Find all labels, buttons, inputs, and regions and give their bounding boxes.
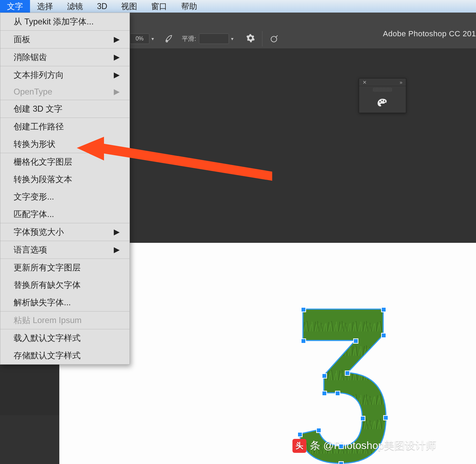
menu-item-label: 创建工作路径 <box>14 121 64 132</box>
menu-resolve-missing-fonts[interactable]: 解析缺失字体... <box>0 294 129 311</box>
menu-3d[interactable]: 3D <box>90 0 114 13</box>
zoom-value[interactable]: 0% <box>130 33 149 44</box>
anchor-point[interactable] <box>381 333 386 338</box>
menu-item-label: 转换为形状 <box>14 139 55 150</box>
brush-settings-icon[interactable] <box>164 34 174 44</box>
menu-item-label: 替换所有缺欠字体 <box>14 279 81 291</box>
menu-opentype: OpenType▶ <box>0 84 129 100</box>
submenu-arrow-icon: ▶ <box>114 245 120 254</box>
menu-item-label: 从 Typekit 添加字体... <box>14 16 94 27</box>
menu-filter[interactable]: 滤镜 <box>60 0 90 13</box>
smooth-label: 平滑: <box>182 35 196 43</box>
color-palette-icon[interactable] <box>377 98 388 107</box>
menu-item-label: 语言选项 <box>14 244 47 255</box>
annotation-arrow <box>77 137 279 186</box>
anchor-point[interactable] <box>316 428 321 433</box>
menu-item-label: 创建 3D 文字 <box>14 103 62 114</box>
close-icon[interactable]: ✕ <box>363 80 367 85</box>
watermark-logo: 头 <box>292 439 306 453</box>
menu-font-preview-size[interactable]: 字体预览大小▶ <box>0 223 129 241</box>
anchor-point[interactable] <box>353 338 358 344</box>
menu-update-all-type[interactable]: 更新所有文字图层 <box>0 259 129 276</box>
anchor-point[interactable] <box>301 307 306 312</box>
submenu-arrow-icon: ▶ <box>114 53 120 62</box>
menu-item-label: 面板 <box>14 34 30 45</box>
menu-language-options[interactable]: 语言选项▶ <box>0 241 129 259</box>
anchor-point[interactable] <box>381 307 386 312</box>
menu-text-orientation[interactable]: 文本排列方向▶ <box>0 66 129 84</box>
smooth-field[interactable]: ▾ <box>199 33 236 44</box>
menu-create-work-path[interactable]: 创建工作路径 <box>0 118 129 135</box>
menu-type[interactable]: 文字 <box>0 0 30 13</box>
menu-item-label: 栅格化文字图层 <box>14 156 72 167</box>
brush-target-icon[interactable] <box>269 34 279 44</box>
menu-add-typekit-fonts[interactable]: 从 Typekit 添加字体... <box>0 13 129 30</box>
app-title: Adobe Photoshop CC 201 <box>383 29 476 38</box>
menu-item-label: 载入默认文字样式 <box>14 332 81 344</box>
submenu-arrow-icon: ▶ <box>114 227 120 237</box>
divider <box>262 31 262 46</box>
menu-item-label: 文字变形... <box>14 191 54 202</box>
submenu-arrow-icon: ▶ <box>114 87 120 96</box>
menu-select[interactable]: 选择 <box>30 0 60 13</box>
menu-item-label: 转换为段落文本 <box>14 174 72 185</box>
collapsed-panel[interactable]: ✕ » <box>359 78 406 113</box>
svg-point-5 <box>384 100 385 102</box>
anchor-point[interactable] <box>345 371 350 376</box>
submenu-arrow-icon: ▶ <box>114 70 120 80</box>
anchor-point[interactable] <box>339 444 344 449</box>
grip-icon[interactable] <box>373 88 392 92</box>
anchor-point[interactable] <box>301 338 306 344</box>
chevron-down-icon[interactable]: ▾ <box>149 36 156 42</box>
menu-load-default-type-styles[interactable]: 载入默认文字样式 <box>0 329 129 347</box>
menubar: 文字 选择 滤镜 3D 视图 窗口 帮助 <box>0 0 476 13</box>
menu-antialias[interactable]: 消除锯齿▶ <box>0 48 129 66</box>
menu-view[interactable]: 视图 <box>114 0 144 13</box>
menu-window[interactable]: 窗口 <box>144 0 174 13</box>
menu-item-label: 字体预览大小 <box>14 226 64 238</box>
anchor-point[interactable] <box>322 391 327 396</box>
watermark-prefix: 条 <box>310 439 320 453</box>
watermark: 头 条 @Photoshop美图设计师 <box>292 439 436 453</box>
menu-create-3d-text[interactable]: 创建 3D 文字 <box>0 100 129 118</box>
menu-item-label: 消除锯齿 <box>14 52 47 63</box>
menu-panels[interactable]: 面板▶ <box>0 31 129 48</box>
gear-icon[interactable] <box>246 33 255 44</box>
chevron-down-icon[interactable]: ▾ <box>229 36 236 42</box>
svg-point-4 <box>381 100 383 101</box>
type-menu-dropdown: 从 Typekit 添加字体... 面板▶ 消除锯齿▶ 文本排列方向▶ Open… <box>0 13 130 365</box>
anchor-point[interactable] <box>297 432 303 437</box>
anchor-point[interactable] <box>335 391 340 396</box>
anchor-point[interactable] <box>339 461 344 464</box>
svg-point-6 <box>385 103 386 104</box>
menu-match-font[interactable]: 匹配字体... <box>0 205 129 223</box>
menu-replace-missing-fonts[interactable]: 替换所有缺欠字体 <box>0 276 129 294</box>
menu-item-label: OpenType <box>14 87 52 97</box>
submenu-arrow-icon: ▶ <box>114 35 120 44</box>
smooth-value[interactable] <box>199 33 229 44</box>
zoom-field[interactable]: 0% ▾ <box>130 33 156 44</box>
svg-point-3 <box>379 101 381 103</box>
expand-icon[interactable]: » <box>400 80 402 85</box>
menu-item-label: 存储默认文字样式 <box>14 350 81 361</box>
menu-paste-lorem: 粘贴 Lorem Ipsum <box>0 312 129 329</box>
anchor-point[interactable] <box>383 415 388 420</box>
menu-item-label: 更新所有文字图层 <box>14 262 81 273</box>
menu-item-label: 文本排列方向 <box>14 69 64 81</box>
menu-save-default-type-styles[interactable]: 存储默认文字样式 <box>0 347 129 364</box>
anchor-point[interactable] <box>322 373 327 379</box>
menu-item-label: 解析缺失字体... <box>14 297 71 308</box>
menu-help[interactable]: 帮助 <box>174 0 204 13</box>
menu-warp-text[interactable]: 文字变形... <box>0 188 129 205</box>
menu-item-label: 粘贴 Lorem Ipsum <box>14 315 82 326</box>
svg-marker-2 <box>77 137 272 181</box>
anchor-point[interactable] <box>360 416 365 421</box>
menu-item-label: 匹配字体... <box>14 209 54 220</box>
